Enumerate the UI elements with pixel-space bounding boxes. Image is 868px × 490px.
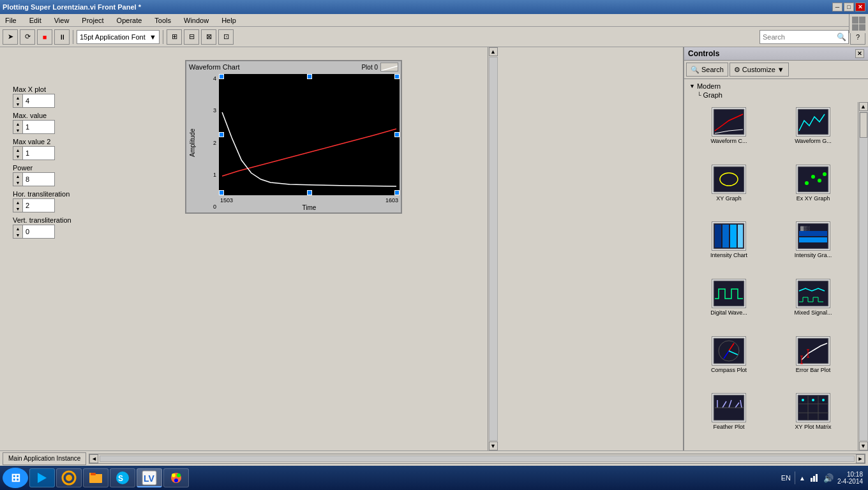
taskbar-app-browser[interactable] bbox=[56, 468, 82, 487]
taskbar-app-media[interactable] bbox=[29, 468, 55, 487]
spin-down-max-value2[interactable]: ▼ bbox=[13, 153, 22, 160]
main-scrollbar[interactable]: ▲ ▼ bbox=[488, 47, 498, 450]
abort-button[interactable]: ■ bbox=[37, 29, 52, 45]
main-app-tab[interactable]: Main Application Instance bbox=[3, 452, 86, 465]
value-max-value2[interactable]: 1 bbox=[23, 146, 55, 160]
spin-down-max-x-plot[interactable]: ▼ bbox=[13, 101, 22, 107]
value-max-value[interactable]: 1 bbox=[23, 120, 55, 134]
menu-operate[interactable]: Operate bbox=[114, 15, 145, 26]
spin-power[interactable]: ▲ ▼ bbox=[13, 172, 23, 186]
input-group-hor-trans: Hor. transliteration ▲ ▼ 2 bbox=[13, 190, 71, 212]
ctrl-error-bar[interactable]: Error Bar Plot bbox=[772, 335, 854, 390]
taskbar-app-paint[interactable] bbox=[163, 468, 189, 487]
ctrl-intensity-chart[interactable]: Intensity Chart bbox=[688, 220, 770, 275]
toolbar: ➤ ⟳ ■ ⏸ 15pt Application Font ▼ ⊞ ⊟ ⊠ ⊡ … bbox=[0, 27, 868, 47]
front-panel[interactable]: Max X plot ▲ ▼ 4 Max. value ▲ ▼ bbox=[0, 47, 683, 450]
resize-button[interactable]: ⊠ bbox=[201, 29, 216, 45]
chart-body: Amplitude 4 3 2 1 0 bbox=[186, 73, 401, 212]
y-axis-label: Amplitude bbox=[186, 73, 198, 212]
start-button[interactable]: ⊞ bbox=[3, 468, 28, 488]
ctrl-scroll-up[interactable]: ▲ bbox=[859, 102, 868, 111]
ctrl-intensity-graph[interactable]: ▓▒░ Intensity Gra... bbox=[772, 220, 854, 275]
tray-arrow-up[interactable]: ▲ bbox=[799, 475, 805, 482]
tree-item-graph[interactable]: └ Graph bbox=[687, 91, 865, 100]
spin-down-vert-trans[interactable]: ▼ bbox=[13, 232, 22, 238]
ctrl-ex-xy-graph[interactable]: Ex XY Graph bbox=[772, 163, 854, 218]
value-power[interactable]: 8 bbox=[23, 172, 55, 186]
h-scroll-right[interactable]: ► bbox=[856, 454, 865, 463]
taskbar-app-labview[interactable]: LV bbox=[137, 468, 162, 487]
scroll-up-button[interactable]: ▲ bbox=[489, 47, 498, 56]
value-max-x-plot[interactable]: 4 bbox=[23, 94, 55, 108]
svg-point-46 bbox=[822, 399, 825, 401]
ctrl-xy-graph[interactable]: XY Graph bbox=[688, 163, 770, 218]
error-bar-icon bbox=[796, 336, 830, 366]
tray-volume-icon[interactable]: 🔊 bbox=[823, 473, 834, 483]
spin-up-max-value2[interactable]: ▲ bbox=[13, 147, 22, 153]
spin-max-value[interactable]: ▲ ▼ bbox=[13, 120, 23, 134]
close-button[interactable]: ✕ bbox=[855, 3, 865, 11]
spin-up-power[interactable]: ▲ bbox=[13, 173, 22, 179]
ctrl-compass-plot[interactable]: Compass Plot bbox=[688, 335, 770, 390]
feather-plot-icon bbox=[712, 393, 746, 422]
spin-down-max-value[interactable]: ▼ bbox=[13, 127, 22, 133]
spin-max-x-plot[interactable]: ▲ ▼ bbox=[13, 94, 23, 108]
pause-button[interactable]: ⏸ bbox=[54, 29, 70, 45]
ctrl-scroll-thumb[interactable] bbox=[860, 112, 867, 138]
align-button[interactable]: ⊞ bbox=[167, 29, 182, 45]
spin-max-value2[interactable]: ▲ ▼ bbox=[13, 146, 23, 160]
scroll-down-button[interactable]: ▼ bbox=[489, 442, 498, 450]
ctrl-waveform-chart[interactable]: Waveform C... bbox=[688, 106, 770, 161]
ctrl-mixed-signal[interactable]: Mixed Signal... bbox=[772, 278, 854, 332]
ctrl-waveform-graph[interactable]: Waveform G... bbox=[772, 106, 854, 161]
spin-up-max-value[interactable]: ▲ bbox=[13, 121, 22, 127]
ctrl-feather-plot[interactable]: Feather Plot bbox=[688, 392, 770, 447]
spin-down-power[interactable]: ▼ bbox=[13, 179, 22, 186]
x-tick-start: 1503 bbox=[220, 197, 233, 204]
svg-rect-18 bbox=[714, 281, 744, 306]
menu-window[interactable]: Window bbox=[181, 15, 211, 26]
h-scroll-left[interactable]: ◄ bbox=[89, 454, 98, 463]
inputs-panel: Max X plot ▲ ▼ 4 Max. value ▲ ▼ bbox=[13, 85, 71, 242]
controls-toolbar: 🔍 Search ⚙ Customize ▼ bbox=[684, 61, 868, 79]
ctrl-label-ex-xy-graph: Ex XY Graph bbox=[797, 195, 830, 202]
minimize-button[interactable]: ─ bbox=[832, 3, 842, 11]
spin-down-hor-trans[interactable]: ▼ bbox=[13, 205, 22, 212]
value-vert-trans[interactable]: 0 bbox=[23, 225, 55, 239]
chart-area[interactable] bbox=[219, 74, 400, 195]
spin-hor-trans[interactable]: ▲ ▼ bbox=[13, 198, 23, 212]
x-axis-label: Time bbox=[218, 204, 401, 212]
field-vert-trans: ▲ ▼ 0 bbox=[13, 225, 71, 239]
distribute-button[interactable]: ⊟ bbox=[184, 29, 199, 45]
menu-file[interactable]: File bbox=[3, 15, 19, 26]
menu-tools[interactable]: Tools bbox=[152, 15, 174, 26]
tree-item-modern[interactable]: ▼ Modern bbox=[687, 82, 865, 91]
spin-up-hor-trans[interactable]: ▲ bbox=[13, 199, 22, 205]
value-hor-trans[interactable]: 2 bbox=[23, 198, 55, 212]
ctrl-xy-matrix[interactable]: XY Plot Matrix bbox=[772, 392, 854, 447]
menu-view[interactable]: View bbox=[52, 15, 72, 26]
spin-up-vert-trans[interactable]: ▲ bbox=[13, 225, 22, 232]
ctrl-scroll-down[interactable]: ▼ bbox=[859, 442, 868, 450]
search-input[interactable] bbox=[760, 30, 849, 44]
controls-customize-button[interactable]: ⚙ Customize ▼ bbox=[730, 63, 789, 77]
controls-close-button[interactable]: ✕ bbox=[855, 49, 864, 58]
field-max-x-plot: ▲ ▼ 4 bbox=[13, 94, 71, 108]
ctrl-digital-wave[interactable]: Digital Wave... bbox=[688, 278, 770, 332]
spin-up-max-x-plot[interactable]: ▲ bbox=[13, 94, 22, 101]
menu-edit[interactable]: Edit bbox=[27, 15, 44, 26]
run-cont-button[interactable]: ⟳ bbox=[20, 29, 35, 45]
reorder-button[interactable]: ⊡ bbox=[218, 29, 234, 45]
ctrl-label-waveform-chart: Waveform C... bbox=[710, 138, 747, 144]
maximize-button[interactable]: □ bbox=[844, 3, 854, 11]
menu-project[interactable]: Project bbox=[79, 15, 106, 26]
taskbar-app-files[interactable] bbox=[83, 468, 108, 487]
menu-help[interactable]: Help bbox=[219, 15, 239, 26]
taskbar-app-skype[interactable]: S bbox=[110, 468, 135, 487]
font-selector[interactable]: 15pt Application Font ▼ bbox=[77, 30, 160, 44]
controls-search-button[interactable]: 🔍 Search bbox=[686, 63, 728, 77]
run-arrow-button[interactable]: ➤ bbox=[3, 29, 18, 45]
spin-vert-trans[interactable]: ▲ ▼ bbox=[13, 225, 23, 239]
plot-line-icon[interactable] bbox=[380, 63, 398, 71]
xy-matrix-icon bbox=[796, 393, 830, 422]
